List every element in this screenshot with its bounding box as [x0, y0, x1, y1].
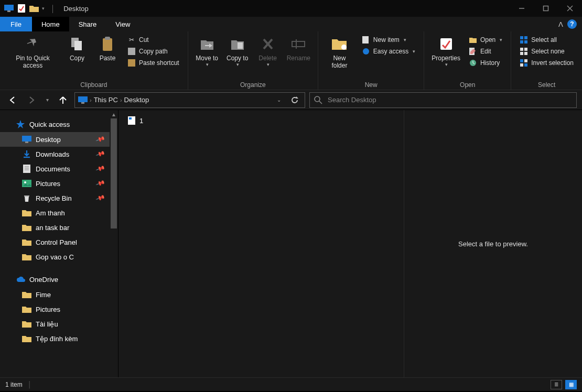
move-to-button[interactable]: Move to▾: [192, 34, 222, 69]
history-icon: [469, 59, 477, 67]
file-item[interactable]: 1: [126, 115, 396, 126]
forward-button[interactable]: [24, 93, 39, 107]
location-icon: [78, 95, 88, 105]
breadcrumb-root[interactable]: This PC: [94, 96, 118, 104]
copy-icon: [69, 36, 85, 52]
copy-path-button[interactable]: Copy path: [125, 46, 181, 57]
sidebar-item[interactable]: Downloads📌: [0, 147, 118, 161]
properties-icon: [438, 36, 455, 52]
sidebar-group-quick-access[interactable]: Quick access: [0, 116, 118, 132]
collapse-ribbon-icon[interactable]: ᐱ: [558, 20, 563, 28]
scroll-up-icon[interactable]: ▲: [110, 110, 118, 118]
copy-to-button[interactable]: Copy to▾: [223, 34, 252, 69]
svg-rect-34: [520, 63, 523, 67]
file-name: 1: [139, 117, 143, 125]
ribbon-group-new: New folder New item▾ Easy access▾ New: [318, 31, 424, 90]
status-bar: 1 item │ ≣ ▦: [0, 377, 582, 391]
tab-share[interactable]: Share: [69, 17, 106, 31]
minimize-button[interactable]: [510, 0, 534, 17]
svg-rect-36: [78, 96, 88, 102]
sidebar-item[interactable]: Desktop📌: [0, 132, 118, 147]
search-icon: [314, 96, 322, 104]
history-button[interactable]: History: [467, 58, 504, 68]
scroll-thumb[interactable]: [111, 118, 117, 228]
ribbon-tabs: File Home Share View ᐱ ?: [0, 17, 582, 31]
new-item-button[interactable]: New item▾: [360, 35, 417, 45]
ribbon-group-open: Properties▾ Open▾ Edit History Open: [424, 31, 511, 90]
address-bar[interactable]: › This PC › Desktop ⌄: [74, 92, 305, 108]
close-button[interactable]: [558, 0, 582, 17]
help-icon[interactable]: ?: [567, 19, 577, 29]
chevron-right-icon[interactable]: ›: [90, 97, 92, 103]
view-icons-button[interactable]: ▦: [565, 380, 577, 389]
copy-button[interactable]: Copy: [62, 34, 92, 64]
sidebar-item-label: Control Panel: [36, 238, 77, 246]
up-button[interactable]: [56, 93, 70, 107]
cut-button[interactable]: ✂Cut: [125, 35, 181, 45]
sidebar-item[interactable]: Tài liệu: [0, 317, 118, 331]
tab-file[interactable]: File: [0, 17, 32, 31]
qat-properties-icon[interactable]: [17, 4, 26, 13]
svg-rect-35: [524, 63, 527, 67]
pinned-icon: 📌: [95, 134, 106, 144]
sidebar-item[interactable]: Pictures: [0, 302, 118, 317]
svg-rect-11: [128, 48, 135, 55]
sidebar-item[interactable]: Gop vao o C: [0, 249, 118, 264]
folder-icon: [22, 237, 31, 247]
tab-home[interactable]: Home: [32, 17, 69, 31]
invert-selection-button[interactable]: Invert selection: [518, 58, 576, 68]
breadcrumb-current[interactable]: Desktop: [124, 96, 149, 104]
pin-to-quick-access-button[interactable]: Pin to Quick access: [4, 34, 61, 71]
sidebar-item[interactable]: Recycle Bin📌: [0, 191, 118, 205]
folder-icon: [22, 252, 31, 262]
recent-locations-button[interactable]: ▾: [43, 93, 51, 107]
title-separator: │: [51, 5, 55, 13]
properties-button[interactable]: Properties▾: [428, 34, 464, 69]
sidebar-scrollbar[interactable]: ▲: [110, 110, 118, 377]
sidebar-item[interactable]: Documents📌: [0, 161, 118, 176]
sidebar-item[interactable]: Tệp đính kèm: [0, 331, 118, 346]
search-placeholder: Search Desktop: [328, 96, 376, 104]
search-box[interactable]: Search Desktop: [309, 92, 577, 108]
sidebar-item[interactable]: Am thanh: [0, 205, 118, 220]
sidebar-item[interactable]: Pictures📌: [0, 176, 118, 191]
address-dropdown-button[interactable]: ⌄: [272, 97, 286, 103]
svg-rect-2: [18, 4, 25, 13]
edit-button[interactable]: Edit: [467, 46, 504, 57]
sidebar-item-label: an task bar: [36, 224, 69, 232]
paste-button[interactable]: Paste: [93, 34, 122, 64]
file-list[interactable]: 1: [118, 110, 404, 377]
tab-view[interactable]: View: [106, 17, 139, 31]
qat-dropdown-icon[interactable]: ▾: [42, 6, 45, 11]
delete-button[interactable]: Delete▾: [253, 34, 283, 69]
sidebar-item[interactable]: Fime: [0, 287, 118, 302]
folder-icon: [22, 290, 31, 299]
svg-line-39: [319, 101, 322, 104]
view-details-button[interactable]: ≣: [551, 380, 562, 389]
select-none-button[interactable]: Select none: [518, 46, 576, 57]
select-all-button[interactable]: Select all: [518, 35, 576, 45]
chevron-right-icon[interactable]: ›: [120, 97, 122, 103]
main-area: Quick accessDesktop📌Downloads📌Documents📌…: [0, 110, 582, 377]
download-icon: [22, 149, 31, 159]
back-button[interactable]: [5, 93, 20, 107]
pinned-icon: 📌: [95, 178, 106, 188]
sidebar-item[interactable]: Control Panel: [0, 235, 118, 249]
easy-access-button[interactable]: Easy access▾: [360, 46, 417, 57]
qat-folder-icon[interactable]: [29, 4, 39, 13]
select-all-icon: [520, 36, 528, 44]
refresh-button[interactable]: [288, 96, 301, 104]
paste-shortcut-button[interactable]: Paste shortcut: [125, 58, 181, 68]
invert-selection-icon: [520, 59, 528, 67]
ribbon: Pin to Quick access Copy Paste ✂Cut Copy…: [0, 31, 582, 90]
maximize-button[interactable]: [534, 0, 558, 17]
group-label-clipboard: Clipboard: [4, 80, 184, 89]
rename-button[interactable]: Rename: [284, 34, 314, 64]
open-button[interactable]: Open▾: [467, 35, 504, 45]
sidebar-item-label: Fime: [36, 291, 51, 299]
folder-icon: [22, 223, 31, 232]
new-folder-button[interactable]: New folder: [322, 34, 357, 71]
sidebar-item[interactable]: an task bar: [0, 220, 118, 235]
svg-rect-21: [440, 38, 452, 50]
sidebar-group-onedrive[interactable]: OneDrive: [0, 271, 118, 287]
